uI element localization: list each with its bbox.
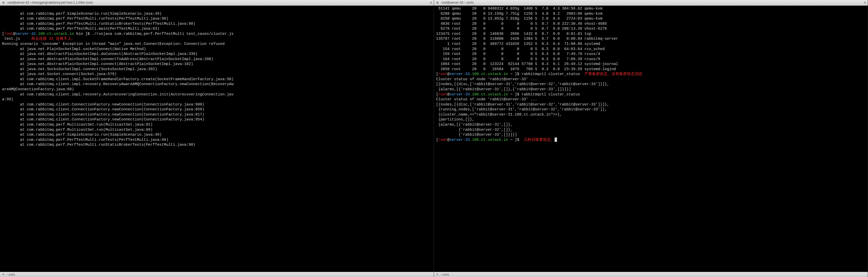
- stack-line: at com.rabbitmq.perf.MulticastSet.run(Mu…: [2, 128, 153, 132]
- menu-icon[interactable]: ≡: [864, 0, 866, 5]
- close-tab-icon[interactable]: ✕: [436, 272, 439, 276]
- output-line: Running scenario 'consume' Exception in …: [2, 42, 224, 46]
- close-tab-icon[interactable]: ✕: [2, 272, 5, 276]
- left-terminal[interactable]: at com.rabbitmq.perf.SimpleScenario.run(…: [0, 6, 434, 272]
- stack-line: at java.net.Socket.connect(Socket.java:5…: [2, 72, 117, 76]
- output-line: [{nodes,[{disc,['rabbit@server-31','rabb…: [436, 102, 609, 106]
- stack-line: at com.rabbitmq.client.impl.SocketFrameH…: [2, 77, 234, 81]
- stack-line: at com.rabbitmq.perf.PerfTestMulti.main(…: [2, 27, 159, 31]
- output-line: Cluster status of node 'rabbit@server-33…: [436, 97, 537, 101]
- left-title-bar: ✕ root@server-42:~/shengping/rabbitmq-pe…: [0, 0, 434, 6]
- output-line: {cluster_name,<<"rabbit@server-31.100.ct…: [436, 112, 562, 116]
- right-terminal[interactable]: 51141 qemu 20 0 9408312 4.035g 1400 S 7.…: [434, 6, 868, 272]
- top-process-row: 123475 root 20 0 146636 2696 1432 R 0.7 …: [436, 32, 591, 36]
- command-text: ./runjava com.rabbitmq.perf.PerfTestMult…: [92, 32, 234, 36]
- stack-line: at com.rabbitmq.perf.PerfTestMulti.runSt…: [2, 143, 195, 147]
- output-line: [{nodes,[{disc,['rabbit@server-31','rabb…: [436, 82, 609, 86]
- stack-line: at java.net.AbstractPlainSocketImpl.conn…: [2, 62, 193, 66]
- output-line: Cluster status of node 'rabbit@server-33…: [436, 77, 537, 81]
- stack-line: at com.rabbitmq.client.ConnectionFactory…: [2, 102, 204, 106]
- right-status-bar: ✕ ~ (zsh): [434, 272, 868, 277]
- stack-line: at com.rabbitmq.perf.MulticastSet.run(Mu…: [2, 123, 153, 127]
- stack-line: at com.rabbitmq.perf.PerfTestMulti.runTe…: [2, 138, 168, 142]
- top-process-row: 164 root 20 0 0 0 0 S 0.3 0.0 7:09.39 rc…: [436, 57, 600, 61]
- stack-line: at com.rabbitmq.perf.PerfTestMulti.runTe…: [2, 16, 168, 21]
- command-text: rabbitmqctl cluster_status: [522, 72, 580, 76]
- annotation-red: 再去连接 32 连接不上。: [31, 37, 75, 41]
- shell-prompt: [root@server-33.100.ct.ustack.in ~ ]$: [436, 72, 522, 76]
- stack-line: at com.rabbitmq.client.ConnectionFactory…: [2, 112, 204, 116]
- stack-line: at com.rabbitmq.client.ConnectionFactory…: [2, 107, 204, 111]
- output-line: {running_nodes,['rabbit@server-31','rabb…: [436, 107, 607, 111]
- stack-line: at java.net.PlainSocketImpl.socketConnec…: [2, 47, 146, 51]
- status-text: ~ (zsh): [440, 273, 449, 276]
- right-title-bar: ✕ root@server-33:~ (ssh) ≡: [434, 0, 868, 6]
- top-process-list: 51141 qemu 20 0 9408312 4.035g 1400 S 7.…: [436, 6, 866, 72]
- stack-line: areAMQConnectionFactory.java:60): [2, 87, 74, 91]
- stack-line: at com.rabbitmq.client.ConnectionFactory…: [2, 117, 204, 122]
- top-process-row: 1 root 20 0 469772 431020 1352 S 0.3 0.4…: [436, 42, 600, 46]
- stack-line: a:99): [2, 97, 13, 101]
- output-line: {'rabbit@server-33',[]}]}]: [436, 133, 517, 137]
- stack-line: at java.net.SocksSocketImpl.connect(Sock…: [2, 67, 157, 71]
- top-process-row: 154 root 20 0 0 0 0 S 0.3 0.0 64:03.64 r…: [436, 47, 605, 51]
- shell-prompt: [root@server-33.100.ct.ustack.in ~ ]$: [436, 138, 522, 142]
- top-process-row: 135787 root 20 0 116008 2420 1384 S 0.7 …: [436, 37, 618, 41]
- status-text: ~ (zsh): [6, 273, 15, 276]
- left-status-bar: ✕ ~ (zsh): [0, 272, 434, 277]
- top-process-row: 6278 root 20 0 0 0 0 S 0.7 0.0 208:13.39…: [436, 27, 607, 31]
- top-process-row: 6258 qemu 20 0 13.052g 7.910g 1156 S 2.0…: [436, 16, 602, 21]
- shell-prompt: [root@server-33.100.ct.ustack.in ~ ]$: [436, 92, 522, 97]
- top-process-row: 6288 qemu 20 0 13.159g 7.751g 1156 S 4.0…: [436, 11, 602, 16]
- top-process-row: 159 root 20 0 0 0 0 S 0.3 0.0 7:49.76 rc…: [436, 52, 600, 56]
- top-process-row: 51141 qemu 20 0 9408312 4.035g 1400 S 7.…: [436, 6, 602, 10]
- cursor: [555, 137, 557, 142]
- right-pane: ✕ root@server-33:~ (ssh) ≡ 51141 qemu 20…: [434, 0, 868, 277]
- output-line: {alarms,[{'rabbit@server-31',[]},: [436, 123, 513, 127]
- left-pane: ✕ root@server-42:~/shengping/rabbitmq-pe…: [0, 0, 434, 277]
- stack-line: at com.rabbitmq.perf.SimpleScenario.run(…: [2, 11, 162, 16]
- output-line: {alarms,[{'rabbit@server-31',[]},{'rabbi…: [436, 87, 571, 91]
- stack-line: at java.net.AbstractPlainSocketImpl.doCo…: [2, 52, 197, 56]
- close-icon[interactable]: ✕: [2, 1, 5, 5]
- top-process-row: 4836 root 20 0 0 0 0 S 0.7 0.0 222:30.46…: [436, 22, 607, 26]
- annotation-red: 几秒后恢复状态。: [524, 138, 555, 142]
- command-text: rabbitmqctl cluster_status: [522, 92, 580, 97]
- stack-line: at com.rabbitmq.perf.SimpleScenario.run(…: [2, 133, 162, 137]
- shell-prompt: [root@server-42.100.ct.ustack.in bin ]$: [2, 32, 92, 36]
- top-process-row: 1084 root 20 0 123224 62144 57768 S 0.3 …: [436, 62, 618, 66]
- menu-icon[interactable]: ≡: [430, 0, 432, 5]
- top-process-row: 2658 root 20 0 26584 1076 760 S 0.3 0.0 …: [436, 67, 616, 71]
- output-line: test.js: [2, 37, 20, 41]
- output-line: {'rabbit@server-32',[]},: [436, 128, 513, 132]
- left-title: root@server-42:~/shengping/rabbitmq-perf…: [7, 1, 93, 5]
- stack-line: at com.rabbitmq.client.impl.recovery.Aut…: [2, 92, 234, 97]
- close-icon[interactable]: ✕: [436, 1, 439, 5]
- output-line: {partitions,[]},: [436, 117, 474, 122]
- stack-line: at com.rabbitmq.client.impl.recovery.Rec…: [2, 82, 234, 86]
- stack-line: at com.rabbitmq.perf.PerfTestMulti.runSt…: [2, 22, 195, 26]
- annotation-red: 产看集群状态，没有集群状态消息: [584, 72, 643, 76]
- stack-line: at java.net.AbstractPlainSocketImpl.conn…: [2, 57, 213, 61]
- right-title: root@server-33:~ (ssh): [441, 1, 473, 5]
